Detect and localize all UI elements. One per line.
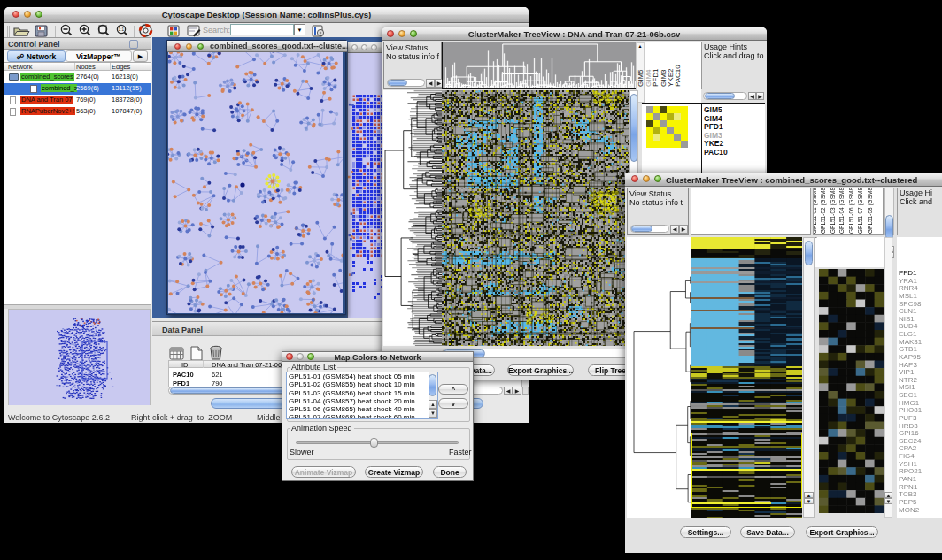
svg-text:1:1: 1:1 bbox=[119, 27, 125, 32]
